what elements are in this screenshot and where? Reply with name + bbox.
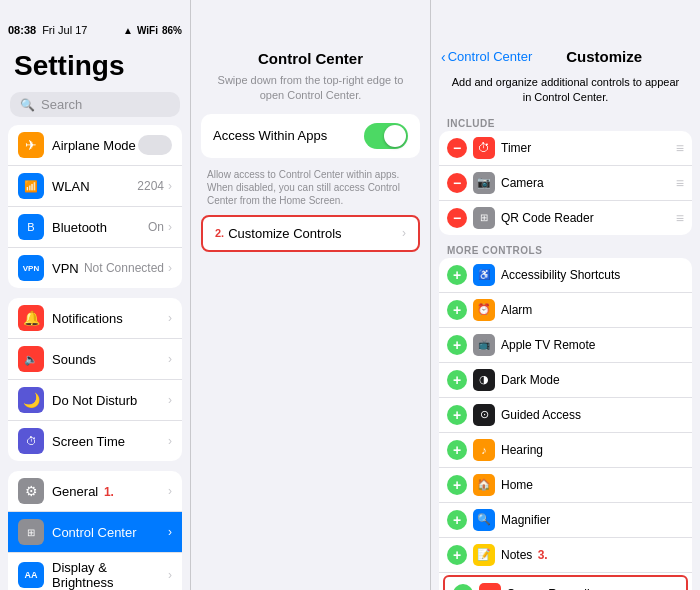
cc-access-desc: Allow access to Control Center within ap… bbox=[191, 168, 430, 213]
ctrl-row-appletvremote[interactable]: + 📺 Apple TV Remote bbox=[439, 328, 692, 363]
ctrl-row-notes[interactable]: + 📝 Notes 3. bbox=[439, 538, 692, 573]
customize-header: ‹ Control Center Customize bbox=[431, 40, 700, 69]
wlan-chevron: › bbox=[168, 179, 172, 193]
cc-access-toggle[interactable] bbox=[364, 123, 408, 149]
home-add-button[interactable]: + bbox=[447, 475, 467, 495]
accessibilityshortcuts-label: Accessibility Shortcuts bbox=[501, 268, 684, 282]
ctrl-row-alarm[interactable]: + ⏰ Alarm bbox=[439, 293, 692, 328]
hearing-label: Hearing bbox=[501, 443, 684, 457]
qrcode-drag-handle[interactable]: ≡ bbox=[676, 210, 684, 226]
ctrl-row-timer[interactable]: − ⏱ Timer ≡ bbox=[439, 131, 692, 166]
status-time: 08:38 bbox=[8, 24, 36, 36]
cc-access-within-apps-section: Access Within Apps bbox=[201, 114, 420, 158]
screenrecording-add-button[interactable]: + bbox=[453, 584, 473, 590]
bluetooth-chevron: › bbox=[168, 220, 172, 234]
displaybrightness-label: Display & Brightness bbox=[52, 560, 168, 590]
ctrl-row-darkmode[interactable]: + ◑ Dark Mode bbox=[439, 363, 692, 398]
back-button[interactable]: ‹ Control Center bbox=[441, 49, 532, 65]
sounds-label: Sounds bbox=[52, 352, 168, 367]
hearing-add-button[interactable]: + bbox=[447, 440, 467, 460]
wlan-label: WLAN bbox=[52, 179, 137, 194]
magnifier-icon: 🔍 bbox=[473, 509, 495, 531]
screentime-icon: ⏱ bbox=[18, 428, 44, 454]
home-icon: 🏠 bbox=[473, 474, 495, 496]
controlcenter-icon: ⊞ bbox=[18, 519, 44, 545]
cc-customize-controls-label: Customize Controls bbox=[228, 226, 402, 241]
more-controls-section-header: MORE CONTROLS bbox=[431, 241, 700, 258]
general-label: General 1. bbox=[52, 484, 168, 499]
settings-row-screentime[interactable]: ⏱ Screen Time › bbox=[8, 421, 182, 461]
vpn-value: Not Connected bbox=[84, 261, 164, 275]
guidedaccess-add-button[interactable]: + bbox=[447, 405, 467, 425]
search-placeholder: Search bbox=[41, 97, 82, 112]
darkmode-add-button[interactable]: + bbox=[447, 370, 467, 390]
settings-panel: 08:38 Fri Jul 17 ▲ WiFi 86% Settings 🔍 S… bbox=[0, 0, 190, 590]
ctrl-row-magnifier[interactable]: + 🔍 Magnifier bbox=[439, 503, 692, 538]
settings-row-displaybrightness[interactable]: AA Display & Brightness › bbox=[8, 553, 182, 590]
airplane-toggle[interactable] bbox=[138, 135, 172, 155]
settings-row-sounds[interactable]: 🔈 Sounds › bbox=[8, 339, 182, 380]
settings-group-alerts: 🔔 Notifications › 🔈 Sounds › 🌙 Do Not Di… bbox=[8, 298, 182, 461]
screentime-label: Screen Time bbox=[52, 434, 168, 449]
sounds-icon: 🔈 bbox=[18, 346, 44, 372]
customize-panel: ‹ Control Center Customize Add and organ… bbox=[430, 0, 700, 590]
settings-row-airplane[interactable]: ✈ Airplane Mode bbox=[8, 125, 182, 166]
settings-row-wlan[interactable]: 📶 WLAN 2204 › bbox=[8, 166, 182, 207]
camera-icon: 📷 bbox=[473, 172, 495, 194]
ctrl-row-accessibilityshortcuts[interactable]: + ♿ Accessibility Shortcuts bbox=[439, 258, 692, 293]
appletvremote-add-button[interactable]: + bbox=[447, 335, 467, 355]
bluetooth-icon: B bbox=[18, 214, 44, 240]
ctrl-row-screenrecording[interactable]: + ⏺ Screen Recording bbox=[445, 577, 686, 590]
ctrl-row-qrcode[interactable]: − ⊞ QR Code Reader ≡ bbox=[439, 201, 692, 235]
darkmode-icon: ◑ bbox=[473, 369, 495, 391]
camera-drag-handle[interactable]: ≡ bbox=[676, 175, 684, 191]
status-bar: 08:38 Fri Jul 17 ▲ WiFi 86% bbox=[0, 20, 190, 40]
camera-label: Camera bbox=[501, 176, 676, 190]
control-center-subtitle: Swipe down from the top-right edge to op… bbox=[191, 73, 430, 114]
vpn-chevron: › bbox=[168, 261, 172, 275]
airplane-label: Airplane Mode bbox=[52, 138, 138, 153]
ctrl-row-home[interactable]: + 🏠 Home bbox=[439, 468, 692, 503]
timer-remove-button[interactable]: − bbox=[447, 138, 467, 158]
magnifier-label: Magnifier bbox=[501, 513, 684, 527]
darkmode-label: Dark Mode bbox=[501, 373, 684, 387]
ctrl-row-camera[interactable]: − 📷 Camera ≡ bbox=[439, 166, 692, 201]
search-bar[interactable]: 🔍 Search bbox=[10, 92, 180, 117]
cc-customize-controls-row[interactable]: 2. Customize Controls › bbox=[203, 217, 418, 250]
donotdisturb-icon: 🌙 bbox=[18, 387, 44, 413]
cc-customize-chevron: › bbox=[402, 226, 406, 240]
wifi-icon: WiFi bbox=[137, 25, 158, 36]
notes-add-button[interactable]: + bbox=[447, 545, 467, 565]
timer-drag-handle[interactable]: ≡ bbox=[676, 140, 684, 156]
settings-row-general[interactable]: ⚙ General 1. › bbox=[8, 471, 182, 512]
settings-row-bluetooth[interactable]: B Bluetooth On › bbox=[8, 207, 182, 248]
notes-label: Notes 3. bbox=[501, 548, 684, 562]
ctrl-row-guidedaccess[interactable]: + ⊙ Guided Access bbox=[439, 398, 692, 433]
settings-row-donotdisturb[interactable]: 🌙 Do Not Disturb › bbox=[8, 380, 182, 421]
qrcode-remove-button[interactable]: − bbox=[447, 208, 467, 228]
settings-row-notifications[interactable]: 🔔 Notifications › bbox=[8, 298, 182, 339]
settings-row-vpn[interactable]: VPN VPN Not Connected › bbox=[8, 248, 182, 288]
settings-row-controlcenter[interactable]: ⊞ Control Center › bbox=[8, 512, 182, 553]
alarm-add-button[interactable]: + bbox=[447, 300, 467, 320]
accessibilityshortcuts-add-button[interactable]: + bbox=[447, 265, 467, 285]
notifications-label: Notifications bbox=[52, 311, 168, 326]
magnifier-add-button[interactable]: + bbox=[447, 510, 467, 530]
ctrl-row-hearing[interactable]: + ♪ Hearing bbox=[439, 433, 692, 468]
customize-title: Customize bbox=[566, 48, 642, 65]
settings-group-system: ⚙ General 1. › ⊞ Control Center › AA Dis… bbox=[8, 471, 182, 590]
cc-access-within-apps-row[interactable]: Access Within Apps bbox=[201, 114, 420, 158]
airplane-icon: ✈ bbox=[18, 132, 44, 158]
donotdisturb-label: Do Not Disturb bbox=[52, 393, 168, 408]
qrcode-icon: ⊞ bbox=[473, 207, 495, 229]
timer-label: Timer bbox=[501, 141, 676, 155]
include-controls-group: − ⏱ Timer ≡ − 📷 Camera ≡ − ⊞ QR Code Rea… bbox=[439, 131, 692, 235]
include-section-header: INCLUDE bbox=[431, 114, 700, 131]
screenrecording-icon: ⏺ bbox=[479, 583, 501, 590]
bluetooth-value: On bbox=[148, 220, 164, 234]
cc-access-within-apps-label: Access Within Apps bbox=[213, 128, 364, 143]
camera-remove-button[interactable]: − bbox=[447, 173, 467, 193]
hearing-icon: ♪ bbox=[473, 439, 495, 461]
appletvremote-icon: 📺 bbox=[473, 334, 495, 356]
settings-group-connectivity: ✈ Airplane Mode 📶 WLAN 2204 › B Bluetoot… bbox=[8, 125, 182, 288]
